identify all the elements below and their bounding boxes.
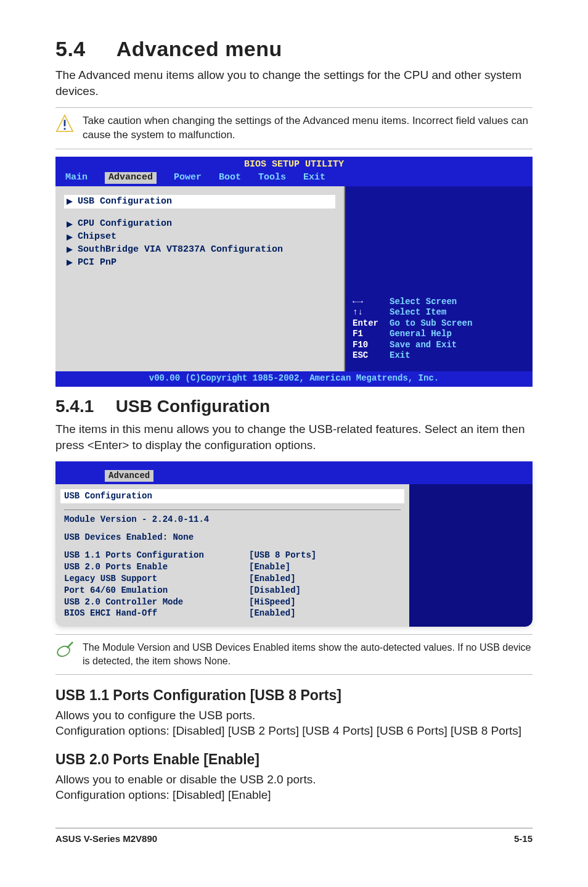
- svg-marker-4: [67, 221, 73, 228]
- tab-exit: Exit: [303, 172, 325, 184]
- menu-item-label: SouthBridge VIA VT8237A Configuration: [78, 244, 283, 256]
- svg-marker-3: [67, 199, 73, 205]
- svg-marker-6: [67, 247, 73, 253]
- menu-item-cpu: CPU Configuration: [67, 218, 333, 230]
- option-body: Allows you to configure the USB ports. C…: [55, 708, 533, 739]
- caution-icon: [55, 114, 74, 133]
- bios-title: BIOS SETUP UTILITY: [55, 157, 533, 171]
- submenu-arrow-icon: [67, 260, 73, 266]
- bios-left-pane: USB Configuration CPU Configuration Chip…: [55, 186, 345, 371]
- submenu-arrow-icon: [67, 199, 73, 205]
- caution-callout: Take caution when changing the settings …: [55, 107, 533, 149]
- section-title-text: Advanced menu: [116, 37, 282, 60]
- svg-line-9: [67, 642, 73, 648]
- menu-item-southbridge: SouthBridge VIA VT8237A Configuration: [67, 244, 333, 256]
- caution-text: Take caution when changing the settings …: [83, 114, 533, 142]
- tab-advanced: Advanced: [105, 172, 157, 184]
- bios-row: Legacy USB Support[Enabled]: [64, 573, 401, 585]
- submenu-arrow-icon: [67, 221, 73, 228]
- note-text: The Module Version and USB Devices Enabl…: [83, 641, 533, 667]
- menu-item-label: USB Configuration: [78, 196, 172, 208]
- note-callout: The Module Version and USB Devices Enabl…: [55, 634, 533, 674]
- bios-usb-header: USB Configuration: [60, 489, 404, 503]
- bios-usb-devices: USB Devices Enabled: None: [64, 532, 401, 543]
- bios-footer: v00.00 (C)Copyright 1985-2002, American …: [55, 371, 533, 387]
- menu-item-label: PCI PnP: [78, 257, 116, 269]
- tab-boot: Boot: [219, 172, 241, 184]
- svg-rect-2: [64, 128, 66, 130]
- bios-row: USB 1.1 Ports Configuration[USB 8 Ports]: [64, 550, 401, 561]
- bios-row: USB 2.0 Ports Enable[Enable]: [64, 561, 401, 573]
- tab-tools: Tools: [258, 172, 286, 184]
- bios-help: ←→Select Screen ↑↓Select Item EnterGo to…: [353, 297, 472, 361]
- section-number: 5.4: [55, 37, 111, 61]
- option-heading: USB 1.1 Ports Configuration [USB 8 Ports…: [55, 687, 533, 704]
- tab-advanced: Advanced: [105, 470, 153, 482]
- note-icon: [55, 641, 74, 659]
- bios-screenshot-advanced: BIOS SETUP UTILITY Main Advanced Power B…: [55, 157, 533, 387]
- subsection-title-text: USB Configuration: [116, 397, 270, 416]
- submenu-arrow-icon: [67, 247, 73, 253]
- subsection-heading: 5.4.1 USB Configuration: [55, 397, 533, 416]
- bios-right-pane: ←→Select Screen ↑↓Select Item EnterGo to…: [345, 186, 533, 371]
- tab-main: Main: [65, 172, 88, 184]
- bios-usb-left-pane: USB Configuration Module Version - 2.24.…: [55, 484, 409, 627]
- intro-text: The Advanced menu items allow you to cha…: [55, 67, 533, 99]
- bios-tabs: Main Advanced Power Boot Tools Exit: [55, 171, 533, 186]
- bios-row: BIOS EHCI Hand-Off[Enabled]: [64, 608, 401, 619]
- bios-module-version: Module Version - 2.24.0-11.4: [64, 514, 401, 526]
- footer-left: ASUS V-Series M2V890: [55, 833, 157, 844]
- svg-rect-1: [64, 120, 66, 126]
- option-body: Allows you to enable or disable the USB …: [55, 772, 533, 803]
- page-footer: ASUS V-Series M2V890 5-15: [55, 828, 533, 844]
- bios-row: USB 2.0 Controller Mode[HiSpeed]: [64, 596, 401, 608]
- section-heading: 5.4 Advanced menu: [55, 37, 533, 61]
- bios-usb-right-pane: [409, 484, 533, 627]
- menu-item-usb: USB Configuration: [64, 195, 335, 209]
- bios-row: Port 64/60 Emulation[Disabled]: [64, 585, 401, 596]
- bios-screenshot-usb: Advanced USB Configuration Module Versio…: [55, 461, 533, 627]
- option-heading: USB 2.0 Ports Enable [Enable]: [55, 751, 533, 768]
- menu-item-pci: PCI PnP: [67, 257, 333, 269]
- submenu-arrow-icon: [67, 234, 73, 241]
- svg-marker-7: [67, 260, 73, 266]
- footer-right: 5-15: [514, 833, 533, 844]
- svg-marker-5: [67, 234, 73, 241]
- menu-item-label: CPU Configuration: [78, 218, 172, 230]
- menu-item-label: Chipset: [78, 231, 116, 243]
- subsection-intro: The items in this menu allows you to cha…: [55, 421, 533, 453]
- subsection-number: 5.4.1: [55, 397, 111, 416]
- menu-item-chipset: Chipset: [67, 231, 333, 243]
- tab-power: Power: [174, 172, 202, 184]
